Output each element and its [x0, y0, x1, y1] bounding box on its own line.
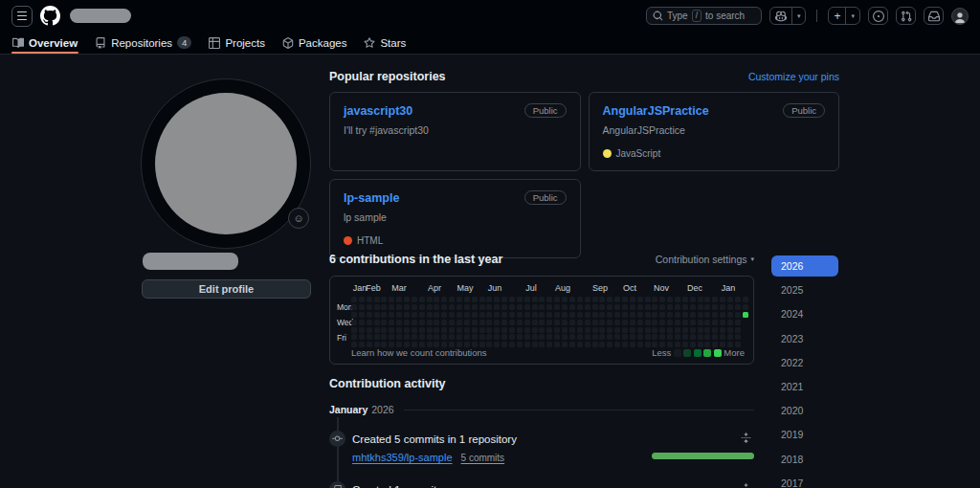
contribution-cell[interactable] [517, 320, 523, 325]
contribution-cell[interactable] [682, 297, 688, 302]
contribution-cell[interactable] [720, 334, 725, 340]
contribution-cell[interactable] [712, 304, 718, 310]
tab-repositories[interactable]: Repositories 4 [86, 32, 200, 54]
contribution-cell[interactable] [464, 312, 470, 318]
contribution-cell[interactable] [637, 320, 643, 325]
contribution-cell[interactable] [457, 312, 462, 318]
contribution-cell[interactable] [698, 312, 703, 318]
contribution-cell[interactable] [637, 297, 643, 302]
contribution-cell[interactable] [389, 334, 394, 340]
contribution-cell[interactable] [622, 320, 628, 325]
contribution-cell[interactable] [614, 334, 620, 340]
contribution-cell[interactable] [412, 304, 417, 310]
contribution-cell[interactable] [486, 334, 492, 340]
contribution-cell[interactable] [720, 297, 725, 302]
contribution-cell[interactable] [539, 320, 545, 325]
contribution-cell[interactable] [464, 304, 470, 310]
contribution-cell[interactable] [359, 297, 365, 302]
commit-repo-link[interactable]: mhtkhs359/lp-sample [352, 452, 453, 463]
create-new-button[interactable]: + [829, 8, 845, 24]
contribution-cell[interactable] [554, 304, 560, 310]
contribution-cell[interactable] [434, 320, 439, 325]
contribution-cell[interactable] [486, 320, 492, 325]
contribution-cell[interactable] [449, 297, 455, 302]
contribution-cell[interactable] [645, 304, 651, 310]
contribution-cell[interactable] [351, 327, 357, 333]
contribution-cell[interactable] [622, 297, 628, 302]
contribution-cell[interactable] [517, 334, 523, 340]
contribution-cell[interactable] [546, 297, 552, 302]
contribution-cell[interactable] [645, 320, 651, 325]
contribution-cell[interactable] [419, 304, 425, 310]
contribution-cell[interactable] [637, 327, 643, 333]
contribution-cell[interactable] [659, 297, 665, 302]
create-new-dropdown-caret[interactable]: ▾ [845, 8, 859, 24]
contribution-cell[interactable] [682, 320, 688, 325]
contribution-cell[interactable] [389, 320, 394, 325]
year-button-2018[interactable]: 2018 [771, 449, 838, 470]
contribution-cell[interactable] [434, 297, 439, 302]
contribution-cell[interactable] [494, 327, 500, 333]
contribution-cell[interactable] [667, 320, 673, 325]
contribution-cell[interactable] [569, 312, 575, 318]
contribution-cell[interactable] [743, 297, 748, 302]
contribution-cell[interactable] [630, 312, 635, 318]
contribution-cell[interactable] [735, 304, 741, 310]
contribution-cell[interactable] [599, 312, 605, 318]
contribution-cell[interactable] [592, 297, 598, 302]
contribution-cell[interactable] [682, 304, 688, 310]
contribution-cell[interactable] [494, 304, 500, 310]
contribution-cell[interactable] [539, 304, 545, 310]
contribution-cell[interactable] [509, 304, 515, 310]
contribution-cell[interactable] [652, 297, 657, 302]
contribution-cell[interactable] [472, 327, 478, 333]
contribution-cell[interactable] [464, 320, 470, 325]
contribution-cell[interactable] [412, 327, 417, 333]
contribution-cell[interactable] [727, 327, 733, 333]
contribution-cell[interactable] [532, 320, 538, 325]
contribution-cell[interactable] [637, 334, 643, 340]
contribution-cell[interactable] [412, 334, 417, 340]
contribution-cell[interactable] [675, 312, 680, 318]
learn-contributions-link[interactable]: Learn how we count contributions [351, 347, 487, 358]
contribution-cell[interactable] [607, 327, 612, 333]
contribution-cell[interactable] [419, 327, 425, 333]
contribution-cell[interactable] [517, 297, 523, 302]
contribution-cell[interactable] [509, 320, 515, 325]
contribution-cell[interactable] [381, 304, 387, 310]
contribution-cell[interactable] [479, 297, 485, 302]
contribution-cell[interactable] [652, 304, 657, 310]
contribution-cell[interactable] [509, 312, 515, 318]
contribution-cell[interactable] [381, 327, 387, 333]
contribution-cell[interactable] [359, 312, 365, 318]
contribution-cell[interactable] [434, 304, 439, 310]
contribution-cell[interactable] [592, 334, 598, 340]
contribution-cell[interactable] [449, 312, 455, 318]
contribution-cell[interactable] [622, 334, 628, 340]
contribution-cell[interactable] [704, 297, 710, 302]
contribution-cell[interactable] [554, 312, 560, 318]
contribution-cell[interactable] [622, 327, 628, 333]
contribution-cell[interactable] [562, 320, 568, 325]
contribution-cell[interactable] [486, 297, 492, 302]
contribution-cell[interactable] [682, 334, 688, 340]
year-button-2024[interactable]: 2024 [771, 303, 838, 324]
contribution-cell[interactable] [675, 334, 680, 340]
contribution-cell[interactable] [585, 327, 590, 333]
contribution-cell[interactable] [735, 327, 741, 333]
contribution-cell[interactable] [577, 327, 583, 333]
contribution-cell[interactable] [434, 334, 439, 340]
contribution-cell[interactable] [374, 304, 380, 310]
contribution-cell[interactable] [682, 327, 688, 333]
contribution-cell[interactable] [607, 312, 612, 318]
contribution-cell[interactable] [562, 334, 568, 340]
contribution-cell[interactable] [389, 304, 394, 310]
contribution-cell[interactable] [735, 320, 741, 325]
contribution-cell[interactable] [614, 312, 620, 318]
copilot-dropdown-caret[interactable]: ▾ [791, 8, 806, 24]
customize-pins-link[interactable]: Customize your pins [748, 71, 839, 82]
edit-profile-button[interactable]: Edit profile [142, 279, 311, 299]
contribution-cell[interactable] [698, 327, 703, 333]
contribution-cell[interactable] [592, 312, 598, 318]
contribution-cell[interactable] [351, 334, 357, 340]
